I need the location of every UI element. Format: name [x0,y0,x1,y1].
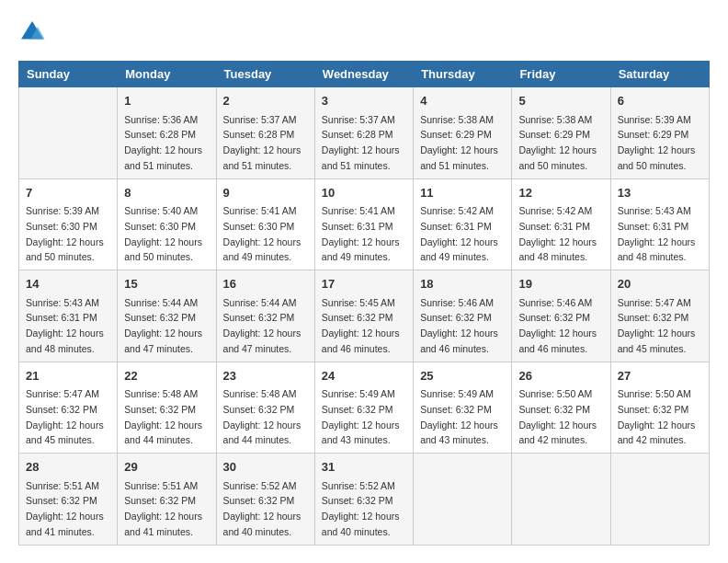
day-number: 31 [322,458,406,477]
logo [18,18,50,46]
logo-icon [18,18,46,46]
calendar-cell: 21 Sunrise: 5:47 AMSunset: 6:32 PMDaylig… [19,362,118,454]
day-number: 26 [518,367,603,385]
day-number: 1 [124,92,209,110]
calendar-cell: 8 Sunrise: 5:40 AMSunset: 6:30 PMDayligh… [118,178,216,270]
day-info: Sunrise: 5:40 AMSunset: 6:30 PMDaylight:… [124,205,202,262]
day-number: 16 [223,275,308,293]
day-info: Sunrise: 5:45 AMSunset: 6:32 PMDaylight:… [322,297,400,354]
calendar-cell: 14 Sunrise: 5:43 AMSunset: 6:31 PMDaylig… [19,270,118,362]
calendar-cell: 18 Sunrise: 5:46 AMSunset: 6:32 PMDaylig… [414,270,512,362]
day-number: 20 [618,275,702,293]
calendar-cell: 11 Sunrise: 5:42 AMSunset: 6:31 PMDaylig… [414,178,512,270]
day-info: Sunrise: 5:50 AMSunset: 6:32 PMDaylight:… [618,388,696,445]
day-number: 11 [420,184,505,202]
day-info: Sunrise: 5:39 AMSunset: 6:29 PMDaylight:… [618,114,696,171]
day-number: 5 [518,92,603,110]
day-number: 25 [420,367,505,385]
day-info: Sunrise: 5:48 AMSunset: 6:32 PMDaylight:… [223,388,301,445]
calendar-cell [19,87,118,179]
calendar-cell: 15 Sunrise: 5:44 AMSunset: 6:32 PMDaylig… [118,270,216,362]
weekday-header: Saturday [610,62,709,87]
calendar-table: SundayMondayTuesdayWednesdayThursdayFrid… [18,61,710,546]
day-number: 28 [26,458,110,477]
day-info: Sunrise: 5:49 AMSunset: 6:32 PMDaylight:… [322,388,400,445]
weekday-header: Sunday [19,62,118,87]
calendar-cell: 22 Sunrise: 5:48 AMSunset: 6:32 PMDaylig… [118,362,216,454]
day-info: Sunrise: 5:49 AMSunset: 6:32 PMDaylight:… [420,388,498,445]
day-info: Sunrise: 5:44 AMSunset: 6:32 PMDaylight:… [124,297,202,354]
calendar-cell: 25 Sunrise: 5:49 AMSunset: 6:32 PMDaylig… [414,362,512,454]
weekday-header: Tuesday [216,62,314,87]
day-info: Sunrise: 5:37 AMSunset: 6:28 PMDaylight:… [223,114,301,171]
calendar-cell: 6 Sunrise: 5:39 AMSunset: 6:29 PMDayligh… [610,87,709,179]
weekday-header: Thursday [414,62,512,87]
calendar-cell: 24 Sunrise: 5:49 AMSunset: 6:32 PMDaylig… [314,362,413,454]
weekday-header: Monday [118,62,216,87]
day-info: Sunrise: 5:41 AMSunset: 6:30 PMDaylight:… [223,205,301,262]
day-number: 2 [223,92,308,110]
calendar-cell: 17 Sunrise: 5:45 AMSunset: 6:32 PMDaylig… [314,270,413,362]
calendar-cell: 26 Sunrise: 5:50 AMSunset: 6:32 PMDaylig… [512,362,610,454]
calendar-cell: 9 Sunrise: 5:41 AMSunset: 6:30 PMDayligh… [216,178,314,270]
calendar-week-row: 28 Sunrise: 5:51 AMSunset: 6:32 PMDaylig… [19,454,710,546]
day-number: 3 [322,92,406,110]
day-info: Sunrise: 5:38 AMSunset: 6:29 PMDaylight:… [518,114,597,171]
day-number: 14 [26,275,110,293]
weekday-header: Friday [512,62,610,87]
day-info: Sunrise: 5:52 AMSunset: 6:32 PMDaylight:… [322,480,400,537]
day-number: 4 [420,92,505,110]
day-number: 17 [322,275,406,293]
calendar-cell [610,454,709,546]
day-number: 23 [223,367,308,385]
day-number: 12 [518,184,603,202]
calendar-cell: 4 Sunrise: 5:38 AMSunset: 6:29 PMDayligh… [414,87,512,179]
weekday-header: Wednesday [314,62,413,87]
calendar-cell: 3 Sunrise: 5:37 AMSunset: 6:28 PMDayligh… [314,87,413,179]
day-info: Sunrise: 5:51 AMSunset: 6:32 PMDaylight:… [124,480,202,537]
calendar-cell [512,454,610,546]
day-info: Sunrise: 5:52 AMSunset: 6:32 PMDaylight:… [223,480,301,537]
day-info: Sunrise: 5:50 AMSunset: 6:32 PMDaylight:… [518,388,597,445]
calendar-cell: 28 Sunrise: 5:51 AMSunset: 6:32 PMDaylig… [19,454,118,546]
day-number: 15 [124,275,209,293]
day-number: 18 [420,275,505,293]
calendar-cell: 30 Sunrise: 5:52 AMSunset: 6:32 PMDaylig… [216,454,314,546]
day-info: Sunrise: 5:46 AMSunset: 6:32 PMDaylight:… [420,297,498,354]
day-number: 24 [322,367,406,385]
calendar-cell: 7 Sunrise: 5:39 AMSunset: 6:30 PMDayligh… [19,178,118,270]
day-number: 9 [223,184,308,202]
day-number: 21 [26,367,110,385]
day-info: Sunrise: 5:51 AMSunset: 6:32 PMDaylight:… [26,480,104,537]
calendar-cell: 13 Sunrise: 5:43 AMSunset: 6:31 PMDaylig… [610,178,709,270]
calendar-cell: 20 Sunrise: 5:47 AMSunset: 6:32 PMDaylig… [610,270,709,362]
day-info: Sunrise: 5:46 AMSunset: 6:32 PMDaylight:… [518,297,597,354]
day-number: 29 [124,458,209,477]
day-info: Sunrise: 5:47 AMSunset: 6:32 PMDaylight:… [26,388,104,445]
day-info: Sunrise: 5:37 AMSunset: 6:28 PMDaylight:… [322,114,400,171]
day-number: 27 [618,367,702,385]
day-info: Sunrise: 5:38 AMSunset: 6:29 PMDaylight:… [420,114,498,171]
day-number: 13 [618,184,702,202]
calendar-cell: 1 Sunrise: 5:36 AMSunset: 6:28 PMDayligh… [118,87,216,179]
day-number: 30 [223,458,308,477]
day-number: 10 [322,184,406,202]
weekday-header-row: SundayMondayTuesdayWednesdayThursdayFrid… [19,62,710,87]
calendar-cell: 19 Sunrise: 5:46 AMSunset: 6:32 PMDaylig… [512,270,610,362]
calendar-week-row: 14 Sunrise: 5:43 AMSunset: 6:31 PMDaylig… [19,270,710,362]
calendar-cell: 10 Sunrise: 5:41 AMSunset: 6:31 PMDaylig… [314,178,413,270]
day-info: Sunrise: 5:41 AMSunset: 6:31 PMDaylight:… [322,205,400,262]
day-number: 19 [518,275,603,293]
page-header [18,18,710,46]
day-number: 8 [124,184,209,202]
calendar-cell: 31 Sunrise: 5:52 AMSunset: 6:32 PMDaylig… [314,454,413,546]
day-info: Sunrise: 5:42 AMSunset: 6:31 PMDaylight:… [518,205,597,262]
calendar-cell: 16 Sunrise: 5:44 AMSunset: 6:32 PMDaylig… [216,270,314,362]
day-info: Sunrise: 5:43 AMSunset: 6:31 PMDaylight:… [26,297,104,354]
calendar-cell: 23 Sunrise: 5:48 AMSunset: 6:32 PMDaylig… [216,362,314,454]
day-info: Sunrise: 5:44 AMSunset: 6:32 PMDaylight:… [223,297,301,354]
day-info: Sunrise: 5:39 AMSunset: 6:30 PMDaylight:… [26,205,104,262]
calendar-cell: 5 Sunrise: 5:38 AMSunset: 6:29 PMDayligh… [512,87,610,179]
day-number: 7 [26,184,110,202]
day-info: Sunrise: 5:42 AMSunset: 6:31 PMDaylight:… [420,205,498,262]
